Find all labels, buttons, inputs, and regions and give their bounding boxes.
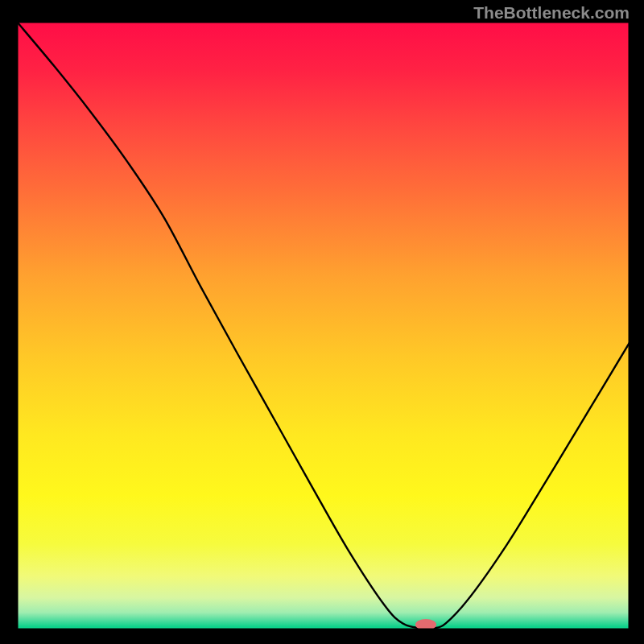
chart-container: TheBottleneck.com <box>0 0 644 644</box>
watermark-text: TheBottleneck.com <box>473 3 630 23</box>
gradient-background <box>17 22 630 630</box>
bottleneck-chart <box>0 0 644 644</box>
